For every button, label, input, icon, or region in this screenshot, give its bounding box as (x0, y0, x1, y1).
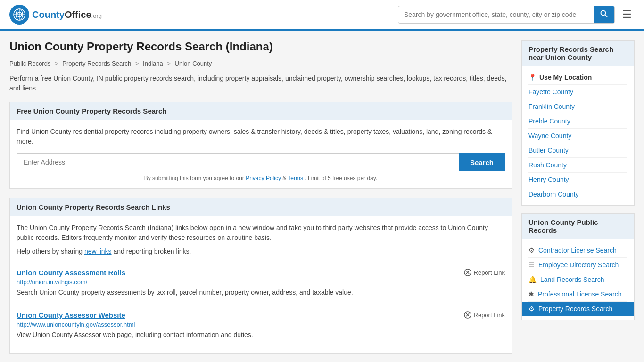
preble-county-link[interactable]: Preble County (528, 117, 570, 125)
header-right: ☰ (398, 6, 635, 24)
sidebar-county-item[interactable]: Fayette County (528, 85, 627, 99)
record-link-header: Union County Assessor Website Report Lin… (17, 311, 505, 319)
contractor-license-link[interactable]: Contractor License Search (538, 247, 617, 254)
logo: CountyOffice.org (9, 5, 102, 25)
record-link-url[interactable]: http://www.unioncountyin.gov/assessor.ht… (17, 321, 505, 328)
new-links-link[interactable]: new links (84, 247, 112, 255)
svg-line-6 (605, 15, 608, 17)
wayne-county-link[interactable]: Wayne County (528, 132, 571, 140)
logo-county: County (32, 9, 65, 20)
main-container: Union County Property Records Search (In… (0, 31, 644, 362)
employee-directory-item[interactable]: ☰ Employee Directory Search (528, 258, 627, 272)
sidebar-county-item[interactable]: Franklin County (528, 99, 627, 114)
sidebar-county-item[interactable]: Dearborn County (528, 187, 627, 201)
record-link-title[interactable]: Union County Assessment Rolls (17, 269, 125, 277)
sidebar-county-item[interactable]: Rush County (528, 158, 627, 173)
fayette-county-link[interactable]: Fayette County (528, 88, 573, 96)
record-link-desc: View Union County Assessor web page, inc… (17, 330, 505, 340)
nearby-box: Property Records Search near Union Count… (521, 40, 635, 206)
record-link-desc: Search Union County property assessments… (17, 288, 505, 297)
record-link-item: Union County Assessment Rolls Report Lin… (17, 262, 505, 304)
property-records-item[interactable]: ⚙ Property Records Search (522, 302, 634, 316)
page-title: Union County Property Records Search (In… (9, 40, 512, 53)
breadcrumb-union-county[interactable]: Union County (175, 60, 212, 67)
breadcrumb: Public Records > Property Records Search… (9, 60, 512, 67)
logo-wordmark: CountyOffice.org (32, 9, 102, 20)
employee-directory-link[interactable]: Employee Directory Search (538, 261, 619, 269)
sidebar: Property Records Search near Union Count… (521, 40, 635, 362)
public-records-body: ⚙ Contractor License Search ☰ Employee D… (522, 239, 634, 320)
header-search-input[interactable] (398, 7, 594, 22)
privacy-policy-link[interactable]: Privacy Policy (246, 175, 281, 181)
bell-icon: 🔔 (528, 276, 537, 283)
hamburger-menu[interactable]: ☰ (619, 6, 635, 24)
rush-county-link[interactable]: Rush County (528, 161, 567, 169)
contractor-license-item[interactable]: ⚙ Contractor License Search (528, 243, 627, 258)
gear-icon-active: ⚙ (528, 305, 535, 313)
links-intro: The Union County Property Records Search… (17, 223, 505, 243)
free-search-section: Free Union County Property Records Searc… (9, 102, 512, 189)
record-link-item: Union County Assessor Website Report Lin… (17, 304, 505, 346)
search-button[interactable]: Search (459, 153, 505, 171)
sidebar-county-item[interactable]: Preble County (528, 114, 627, 129)
free-search-desc: Find Union County residential property r… (17, 127, 505, 147)
public-records-box: Union County Public Records ⚙ Contractor… (521, 213, 635, 320)
links-section-header: Union County Property Records Search Lin… (10, 198, 512, 216)
professional-license-link[interactable]: Professional License Search (538, 290, 621, 298)
free-search-body: Find Union County residential property r… (10, 120, 512, 188)
links-help: Help others by sharing new links and rep… (17, 247, 505, 255)
franklin-county-link[interactable]: Franklin County (528, 103, 575, 110)
form-notice: By submitting this form you agree to our… (17, 175, 505, 181)
logo-office: Office (65, 9, 91, 20)
links-section: Union County Property Records Search Lin… (9, 198, 512, 354)
gear-icon: ⚙ (528, 247, 535, 254)
record-link-title[interactable]: Union County Assessor Website (17, 311, 125, 319)
record-link-url[interactable]: http://union.in.wthgis.com/ (17, 279, 505, 286)
links-section-body: The Union County Property Records Search… (10, 216, 512, 353)
property-records-link[interactable]: Property Records Search (538, 305, 612, 313)
use-location-item[interactable]: 📍 Use My Location (528, 70, 627, 85)
sidebar-county-item[interactable]: Butler County (528, 143, 627, 158)
professional-license-item[interactable]: ✱ Professional License Search (528, 287, 627, 302)
nearby-body: 📍 Use My Location Fayette County Frankli… (522, 66, 634, 205)
star-icon: ✱ (528, 290, 534, 298)
svg-point-5 (601, 11, 606, 16)
land-records-item[interactable]: 🔔 Land Records Search (528, 272, 627, 287)
land-records-link[interactable]: Land Records Search (540, 276, 604, 283)
address-form: Search (17, 153, 505, 171)
header-search-bar (398, 6, 615, 24)
use-location-link[interactable]: Use My Location (539, 74, 592, 81)
free-search-header: Free Union County Property Records Searc… (10, 102, 512, 120)
henry-county-link[interactable]: Henry County (528, 176, 569, 183)
terms-link[interactable]: Terms (288, 175, 303, 181)
breadcrumb-indiana[interactable]: Indiana (143, 60, 163, 67)
header-search-button[interactable] (594, 6, 614, 23)
breadcrumb-public-records[interactable]: Public Records (9, 60, 50, 67)
sidebar-county-item[interactable]: Henry County (528, 173, 627, 187)
sidebar-county-item[interactable]: Wayne County (528, 129, 627, 143)
location-icon: 📍 (528, 74, 537, 81)
list-icon: ☰ (528, 261, 535, 269)
record-link-header: Union County Assessment Rolls Report Lin… (17, 269, 505, 277)
report-link-button[interactable]: Report Link (464, 311, 505, 319)
breadcrumb-property-records[interactable]: Property Records Search (62, 60, 131, 67)
dearborn-county-link[interactable]: Dearborn County (528, 190, 579, 198)
logo-tld: .org (91, 12, 102, 19)
butler-county-link[interactable]: Butler County (528, 147, 569, 154)
site-header: CountyOffice.org ☰ (0, 0, 644, 31)
address-input[interactable] (17, 153, 459, 171)
nearby-header: Property Records Search near Union Count… (522, 41, 634, 66)
report-link-button[interactable]: Report Link (464, 269, 505, 276)
main-content: Union County Property Records Search (In… (9, 40, 512, 362)
logo-icon (9, 5, 29, 25)
intro-text: Perform a free Union County, IN public p… (9, 74, 512, 93)
public-records-header: Union County Public Records (522, 214, 634, 239)
